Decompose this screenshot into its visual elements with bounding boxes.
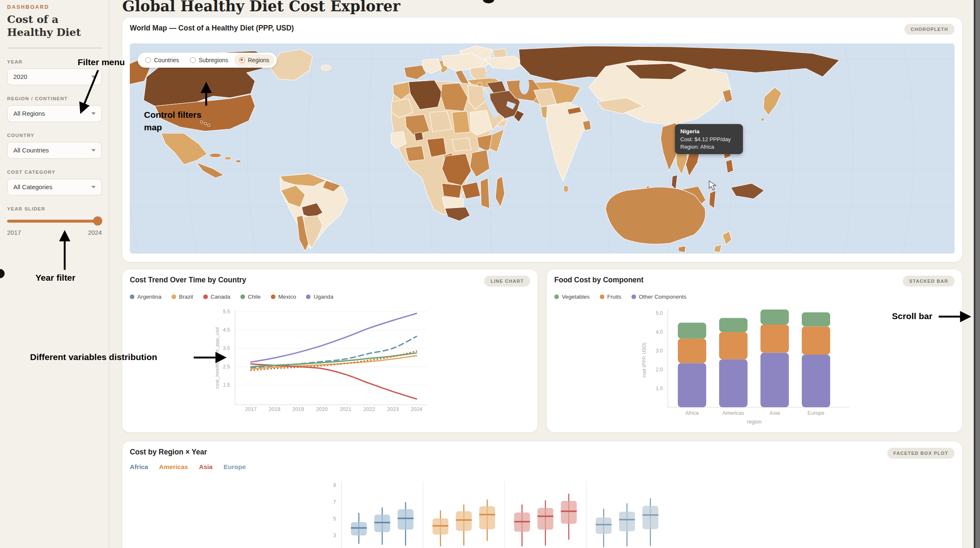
cost-category-filter-label: COST CATEGORY (7, 170, 102, 175)
mode-regions-label: Regions (248, 57, 269, 63)
country-shape (442, 183, 462, 198)
country-shape (452, 111, 470, 133)
svg-text:1.5: 1.5 (223, 382, 230, 388)
line-chart-plot[interactable]: 1.52.53.54.55.52017201820192020202120222… (122, 269, 538, 432)
year-select[interactable]: 2020 (7, 68, 102, 85)
svg-text:7: 7 (333, 499, 336, 505)
mode-regions[interactable]: Regions (234, 54, 274, 66)
svg-text:2024: 2024 (411, 406, 422, 412)
country-shape (197, 162, 224, 178)
country-shape (452, 138, 471, 151)
annotation-filter-menu: Filter menu (78, 56, 125, 68)
svg-text:5.0: 5.0 (656, 310, 663, 316)
annotation-scroll-bar: Scroll bar (892, 310, 932, 322)
cursor-icon (708, 180, 717, 191)
svg-text:Asia: Asia (770, 410, 780, 416)
filter-group-region: REGION / CONTINENT All Regions (7, 96, 102, 122)
country-shape (709, 190, 716, 208)
annotation-different-variables: Different variables distribution (30, 351, 157, 363)
stacked-bar-plot[interactable]: 1.02.03.04.05.0AfricaAmericasAsiaEuroper… (547, 269, 962, 432)
country-shape (480, 178, 490, 208)
svg-text:2021: 2021 (340, 406, 351, 412)
country-shape (490, 129, 504, 152)
year-slider[interactable] (7, 216, 102, 226)
year-slider-min: 2017 (7, 229, 21, 236)
country-shape (445, 207, 470, 221)
annotation-year-filter: Year filter (35, 271, 76, 284)
sidebar-divider (7, 48, 102, 48)
tooltip-region: Region: Africa (680, 144, 743, 150)
world-map-svg[interactable] (130, 43, 955, 254)
region-select[interactable]: All Regions (7, 105, 102, 122)
svg-text:2023: 2023 (387, 406, 399, 412)
svg-text:2022: 2022 (364, 406, 375, 412)
svg-text:2017: 2017 (245, 406, 257, 412)
svg-text:5.5: 5.5 (223, 309, 230, 315)
map-card-title: World Map — Cost of a Healthy Diet (PPP,… (130, 24, 294, 33)
svg-text:cost (PPP, USD): cost (PPP, USD) (642, 342, 647, 378)
country-shape (495, 176, 505, 207)
line-chart-card: Cost Trend Over Time by Country LINE CHA… (122, 269, 538, 432)
svg-text:Africa: Africa (685, 410, 699, 416)
svg-text:2019: 2019 (292, 406, 304, 412)
map-tooltip: Nigeria Cost: $4.12 PPP/day Region: Afri… (675, 124, 743, 154)
svg-text:1.0: 1.0 (656, 386, 663, 391)
svg-text:5: 5 (333, 516, 336, 522)
country-shape (672, 175, 677, 190)
box-plot-plot[interactable]: 9753 (122, 441, 962, 548)
chevron-down-icon (91, 112, 96, 115)
scrollbar[interactable] (974, 0, 980, 548)
year-select-value: 2020 (13, 73, 27, 80)
page-title: Global Healthy Diet Cost Explorer (122, 0, 400, 15)
mode-countries-label: Countries (154, 57, 179, 63)
country-shape (462, 182, 480, 199)
svg-text:Europe: Europe (808, 410, 824, 416)
country-shape (731, 183, 764, 199)
mode-countries[interactable]: Countries (140, 54, 184, 66)
country-shape (678, 246, 686, 252)
radio-icon (190, 57, 196, 63)
sidebar-title: Cost of a Healthy Diet (7, 13, 102, 39)
country-select[interactable]: All Countries (7, 142, 102, 159)
svg-text:cost_healthy_diet_ppp_usd: cost_healthy_diet_ppp_usd (215, 327, 220, 389)
country-shape (763, 87, 782, 115)
year-slider-range: 2017 2024 (7, 229, 102, 236)
country-shape (722, 231, 732, 245)
world-map[interactable]: Countries Subregions Regions Nigeria Cos… (130, 43, 955, 254)
dashboard-kicker: DASHBOARD (7, 4, 102, 10)
chevron-down-icon (91, 186, 96, 188)
cost-category-select[interactable]: All Categories (7, 179, 102, 195)
country-shape (606, 187, 705, 244)
choropleth-badge: CHOROPLETH (904, 24, 955, 35)
cost-category-select-value: All Categories (13, 183, 52, 190)
svg-text:2020: 2020 (316, 406, 328, 412)
year-slider-thumb[interactable] (93, 216, 102, 226)
svg-text:9: 9 (333, 482, 336, 488)
svg-text:region: region (747, 419, 762, 425)
year-slider-max: 2024 (88, 229, 102, 236)
svg-text:2.0: 2.0 (656, 367, 663, 373)
svg-text:3.0: 3.0 (656, 348, 663, 354)
svg-text:2018: 2018 (269, 406, 280, 412)
country-shape (714, 245, 722, 252)
chevron-down-icon (91, 149, 96, 152)
country-shape (161, 133, 207, 165)
region-select-value: All Regions (13, 110, 45, 117)
region-filter-label: REGION / CONTINENT (7, 96, 102, 101)
country-shape (404, 65, 426, 79)
year-slider-label: YEAR SLIDER (7, 206, 102, 211)
year-slider-track[interactable] (7, 220, 99, 223)
tooltip-cost: Cost: $4.12 PPP/day (680, 136, 743, 142)
world-map-card: World Map — Cost of a Healthy Diet (PPP,… (122, 18, 962, 262)
radio-icon (145, 57, 151, 63)
mode-subregions[interactable]: Subregions (185, 54, 233, 66)
country-shape (722, 89, 732, 103)
filter-group-country: COUNTRY All Countries (7, 133, 102, 159)
svg-text:4.0: 4.0 (656, 329, 663, 335)
mode-subregions-label: Subregions (199, 57, 228, 63)
country-shape (470, 150, 490, 177)
stacked-bar-card: Food Cost by Component STACKED BAR Veget… (547, 269, 962, 432)
svg-text:Americas: Americas (722, 410, 744, 416)
country-shape (726, 160, 733, 173)
radio-selected-icon (239, 57, 245, 63)
